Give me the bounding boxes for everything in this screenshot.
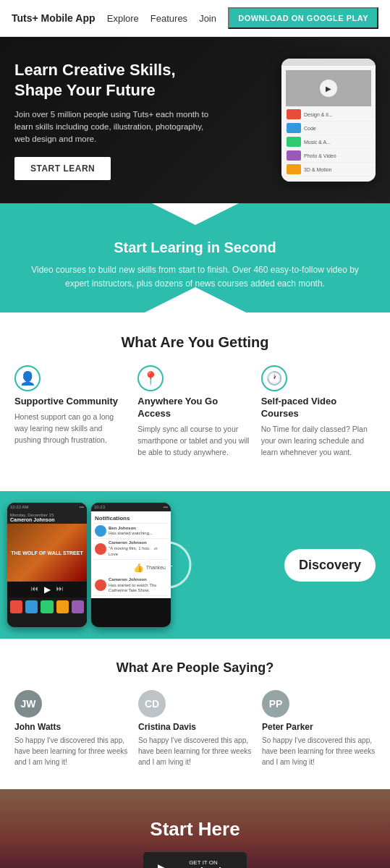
selfpaced-icon: 🕐	[261, 365, 287, 391]
hero-subtitle: Join over 5 million people using Tuts+ e…	[14, 109, 210, 146]
testimonial-name-2: Cristina Davis	[138, 722, 252, 732]
course-label: Design & Il...	[304, 112, 333, 117]
google-play-small-text: GET IT ON	[174, 859, 233, 866]
discovery-section: 10:22 AM ▪▪▪ Monday, December 15 Cameron…	[0, 491, 390, 639]
avatar-placeholder-3: PP	[262, 690, 289, 718]
phone-user: Cameron Johnson	[10, 517, 84, 522]
play-icon: ▶	[320, 80, 337, 97]
avatar-2: CD	[138, 690, 166, 718]
getting-title: What Are You Getting	[14, 334, 376, 351]
movie-title: THE WOLF OF WALL STREET	[11, 550, 82, 556]
testimonial-text-3: So happy I've discovered this app, have …	[262, 735, 376, 767]
notif-item-1: Ben JohnsonHas started watching...	[93, 524, 169, 539]
phone-screen-left: Monday, December 15 Cameron Johnson THE …	[7, 511, 87, 627]
discovery-label-box: Discovery	[284, 549, 376, 582]
hero-cta-button[interactable]: START LEARN	[14, 157, 111, 180]
testimonials-grid: JW John Watts So happy I've discovered t…	[14, 690, 376, 767]
testimonial-text-2: So happy I've discovered this app, have …	[138, 735, 252, 767]
status-icons-left: ▪▪▪	[80, 505, 84, 509]
status-icons-right: ▪▪▪	[164, 505, 168, 509]
nav-explore[interactable]: Explore	[107, 13, 139, 24]
phone-status-bar-left: 10:22 AM ▪▪▪	[7, 503, 87, 511]
teal-section: Start Learing in Second Video courses to…	[0, 203, 390, 312]
course-color	[287, 109, 301, 119]
course-color	[287, 164, 301, 174]
getting-section: What Are You Getting 👤 Supportive Commun…	[0, 312, 390, 491]
phone-controls: ⏮ ▶ ⏭	[7, 582, 87, 597]
start-section: Start Here ▶ GET IT ON Google Play	[0, 789, 390, 868]
testimonial-2: CD Cristina Davis So happy I've discover…	[138, 690, 252, 767]
avatar-3: PP	[262, 690, 289, 718]
features-grid: 👤 Supportive Community Honest support ca…	[14, 365, 376, 458]
community-icon: 👤	[14, 365, 41, 391]
course-label: 3D & Motion	[304, 167, 332, 172]
phone-status-bar-right: 10:23 ▪▪▪	[91, 503, 171, 511]
hero-text: Learn Creative Skills, Shape Your Future…	[14, 60, 210, 181]
discovery-circle: ←	[144, 542, 191, 589]
testimonial-1: JW John Watts So happy I've discovered t…	[14, 690, 128, 767]
feature-selfpaced-desc: No Time for daily classed? Plan your own…	[261, 424, 376, 458]
app-icon-4	[56, 600, 69, 613]
notif-text-1: Ben JohnsonHas started watching...	[109, 526, 153, 537]
play-icon: ▶	[44, 584, 51, 595]
teal-title: Start Learing in Second	[29, 239, 361, 256]
phone-play-overlay: ▶	[286, 70, 371, 106]
feature-access: 📍 Anywhere You Go Access Simply sync all…	[137, 365, 252, 458]
phone-screen: ▶ Design & Il... Code Music & A... Phot	[281, 66, 376, 182]
phone-top-bar	[281, 59, 376, 66]
testimonial-text-1: So happy I've discovered this app, have …	[14, 735, 128, 767]
avatar-placeholder-2: CD	[138, 690, 166, 718]
phone-left: 10:22 AM ▪▪▪ Monday, December 15 Cameron…	[7, 503, 87, 627]
nav-links: Explore Features Join	[107, 13, 216, 24]
feature-selfpaced: 🕐 Self-paced Video Courses No Time for d…	[261, 365, 376, 458]
phone-date-bar: Monday, December 15 Cameron Johnson	[7, 511, 87, 524]
course-item: Photo & Video	[284, 149, 373, 163]
hero-section: Learn Creative Skills, Shape Your Future…	[0, 37, 390, 203]
course-color	[287, 137, 301, 147]
course-label: Code	[304, 126, 316, 131]
playback-controls: ⏮ ▶ ⏭	[10, 584, 84, 595]
status-time-left: 10:22 AM	[10, 505, 28, 509]
teal-triangle-top	[152, 203, 239, 225]
start-title: Start Here	[14, 818, 376, 841]
arrow-icon: ←	[160, 556, 176, 574]
testimonials-title: What Are People Saying?	[14, 660, 376, 676]
notif-avatar-1	[95, 525, 106, 537]
nav-join[interactable]: Join	[199, 13, 216, 24]
testimonial-name-3: Peter Parker	[262, 722, 376, 732]
feature-community-desc: Honest support can go a long way learing…	[14, 412, 129, 446]
testimonial-3: PP Peter Parker So happy I've discovered…	[262, 690, 376, 767]
next-icon: ⏭	[56, 584, 64, 595]
course-label: Music & A...	[304, 140, 331, 145]
app-icon-2	[25, 600, 38, 613]
status-time-right: 10:23	[94, 505, 105, 509]
notif-avatar-3	[95, 579, 106, 591]
course-color	[287, 150, 301, 161]
nav-features[interactable]: Features	[151, 13, 187, 24]
google-play-icon: ▶	[158, 860, 169, 868]
app-icon-5	[72, 600, 84, 613]
feature-community: 👤 Supportive Community Honest support ca…	[14, 365, 129, 458]
app-icon-3	[41, 600, 53, 613]
nav-download-button[interactable]: DOWNLOAD ON GOOGLE PLAY	[228, 7, 378, 29]
access-icon: 📍	[137, 365, 164, 391]
avatar-1: JW	[14, 690, 42, 718]
hero-title: Learn Creative Skills, Shape Your Future	[14, 60, 210, 101]
feature-access-desc: Simply sync all course to your smarthpon…	[137, 424, 252, 458]
teal-triangle-bottom	[145, 287, 246, 312]
phone-course-list: Design & Il... Code Music & A... Photo &…	[284, 108, 373, 176]
hero-phone: ▶ Design & Il... Code Music & A... Phot	[281, 59, 376, 182]
course-item: Design & Il...	[284, 108, 373, 122]
logo: Tuts+ Mobile App	[12, 12, 96, 24]
course-label: Photo & Video	[304, 153, 336, 158]
google-play-button[interactable]: ▶ GET IT ON Google Play	[143, 852, 247, 868]
course-color	[287, 123, 301, 133]
feature-selfpaced-title: Self-paced Video Courses	[261, 396, 376, 420]
notif-avatar-2	[95, 543, 106, 555]
prev-icon: ⏮	[31, 584, 38, 595]
google-play-text: GET IT ON Google Play	[174, 859, 233, 868]
app-icon-1	[10, 600, 22, 613]
discovery-label: Discovery	[299, 558, 361, 572]
course-item: 3D & Motion	[284, 163, 373, 176]
feature-access-title: Anywhere You Go Access	[137, 396, 252, 420]
